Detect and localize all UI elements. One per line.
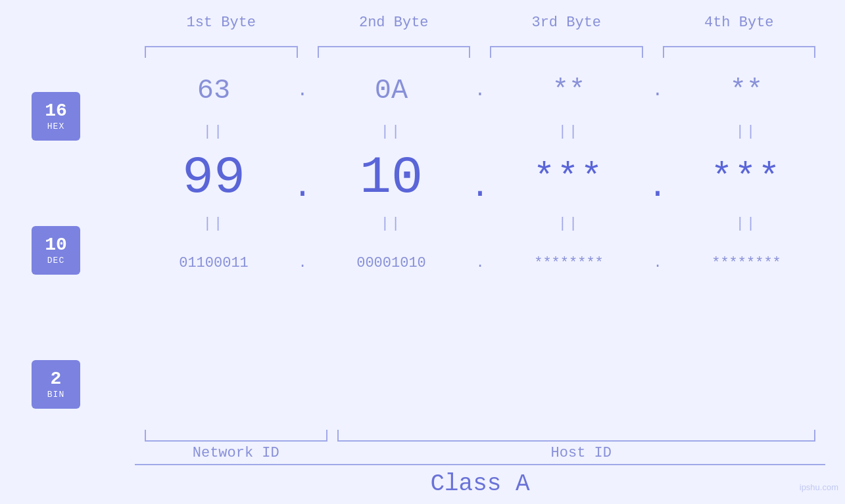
dec-b3: *** [490,157,648,198]
content-area: 1st Byte 2nd Byte 3rd Byte 4th Byte 63 .… [95,0,825,504]
bin-row: 01100011 . 00001010 . ******** . *******… [135,237,825,289]
eq1-b2: || [312,124,470,140]
class-a-label: Class A [430,470,529,497]
byte1-header: 1st Byte [135,14,308,31]
dec-num: 10 [45,235,67,256]
hex-b1: 63 [135,75,293,106]
base-labels: 16 HEX 10 DEC 2 BIN [32,92,80,409]
host-id-label: Host ID [337,445,826,461]
bin-b3: ******** [490,255,648,271]
eq2-b2: || [312,216,470,232]
rows-container: 63 . 0A . ** . ** || || || || 99 [135,62,825,289]
dec-sep-3: . [648,151,667,204]
bin-sep-1: . [293,255,312,271]
bracket-3 [490,46,643,58]
top-brackets [135,46,825,58]
eq1-b1: || [135,124,293,140]
bin-b1: 01100011 [135,255,293,271]
bracket-1 [145,46,298,58]
dec-sep-2: . [470,151,490,204]
class-a-line [135,464,825,465]
net-id-bracket [145,430,327,442]
class-a-container: Class A [135,464,825,497]
equals-row-2: || || || || [135,210,825,237]
network-id-label: Network ID [135,445,337,461]
hex-b3: ** [490,75,648,106]
equals-row-1: || || || || [135,118,825,145]
hex-sep-1: . [293,80,312,101]
hex-b4: ** [667,75,825,106]
dec-badge: 10 DEC [32,226,80,275]
eq1-b4: || [667,124,825,140]
dec-row: 99 . 10 . *** . *** [135,145,825,210]
hex-sep-2: . [470,80,490,101]
hex-b2: 0A [312,75,470,106]
byte2-header: 2nd Byte [308,14,481,31]
hex-row: 63 . 0A . ** . ** [135,62,825,118]
dec-sep-1: . [293,151,312,204]
hex-name: HEX [47,122,64,131]
bracket-4 [663,46,816,58]
eq1-b3: || [490,124,648,140]
eq2-b4: || [667,216,825,232]
bin-b4: ******** [667,255,825,271]
byte4-header: 4th Byte [653,14,826,31]
hex-num: 16 [45,101,67,122]
watermark: ipshu.com [800,482,838,492]
hex-sep-3: . [648,80,667,101]
bin-b2: 00001010 [312,255,470,271]
dec-b4: *** [667,157,825,198]
bin-name: BIN [47,390,64,400]
bottom-brackets [135,430,825,442]
bin-num: 2 [51,369,62,390]
host-id-bracket [337,430,816,442]
main-container: 16 HEX 10 DEC 2 BIN 1st Byte 2nd Byte 3r… [0,0,845,504]
bin-badge: 2 BIN [32,360,80,409]
bin-sep-2: . [470,255,490,271]
eq2-b1: || [135,216,293,232]
bin-sep-3: . [648,255,667,271]
byte-headers: 1st Byte 2nd Byte 3rd Byte 4th Byte [135,14,825,31]
dec-b1: 99 [135,148,293,208]
dec-b2: 10 [312,148,470,208]
hex-badge: 16 HEX [32,92,80,141]
dec-name: DEC [47,256,64,265]
eq2-b3: || [490,216,648,232]
byte3-header: 3rd Byte [480,14,653,31]
bracket-2 [318,46,471,58]
